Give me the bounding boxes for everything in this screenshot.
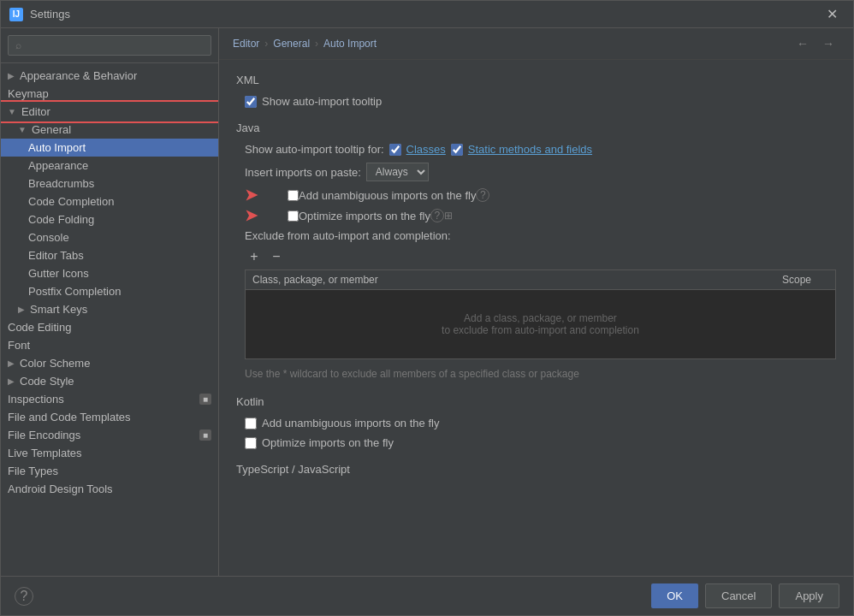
search-box xyxy=(1,28,218,63)
sidebar-item-appearance-behavior[interactable]: ▶ Appearance & Behavior xyxy=(1,67,218,85)
unambiguous-checkbox[interactable] xyxy=(288,190,299,201)
apply-button[interactable]: Apply xyxy=(779,583,839,608)
kotlin-optimize-checkbox[interactable] xyxy=(245,437,257,449)
sidebar-item-editor[interactable]: ▼ Editor xyxy=(1,103,218,121)
sidebar-item-code-editing[interactable]: Code Editing xyxy=(1,318,218,336)
breadcrumb-sep-1: › xyxy=(264,38,268,50)
sidebar-label: File and Code Templates xyxy=(8,411,131,424)
sidebar-label: Code Completion xyxy=(28,195,114,208)
nav-back-button[interactable]: ← xyxy=(792,35,814,52)
kotlin-unambiguous-row: Add unambiguous imports on the fly xyxy=(236,417,836,429)
insert-imports-label: Insert imports on paste: xyxy=(245,166,361,179)
sidebar-label: Code Folding xyxy=(28,213,94,226)
sidebar-label: Appearance xyxy=(28,159,88,172)
sidebar-item-android-design-tools[interactable]: Android Design Tools xyxy=(1,480,218,498)
app-icon: IJ xyxy=(9,8,23,21)
xml-title: XML xyxy=(236,74,836,86)
right-panel: Editor › General › Auto Import ← → XML S… xyxy=(219,28,853,576)
remove-button[interactable]: − xyxy=(267,247,286,266)
help-button[interactable]: ? xyxy=(15,587,33,606)
titlebar: IJ Settings ✕ xyxy=(1,1,853,28)
optimize-row: ➤ Optimize imports on the fly ? ⊞ xyxy=(236,209,836,222)
optimize-checkbox[interactable] xyxy=(288,210,299,222)
sidebar-label: File Encodings xyxy=(8,429,80,441)
sidebar-label: Font xyxy=(8,339,30,352)
sidebar-label: Gutter Icons xyxy=(28,267,89,280)
file-encodings-badge: ■ xyxy=(199,429,211,441)
insert-imports-dropdown[interactable]: Always Ask Never xyxy=(366,163,429,181)
classes-checkbox[interactable] xyxy=(389,144,401,156)
search-input[interactable] xyxy=(8,35,211,56)
panel-content: XML Show auto-import tooltip Java Show a… xyxy=(219,60,853,576)
add-button[interactable]: + xyxy=(245,247,264,266)
exclude-table: Class, package, or member Scope Add a cl… xyxy=(245,270,836,359)
sidebar-label: File Types xyxy=(8,465,58,477)
table-body: Add a class, package, or member to exclu… xyxy=(246,290,835,358)
sidebar-item-code-style[interactable]: ▶ Code Style xyxy=(1,372,218,390)
sidebar-item-file-types[interactable]: File Types xyxy=(1,462,218,480)
main-content: ▶ Appearance & Behavior Keymap ▼ Editor … xyxy=(1,28,853,576)
nav-forward-button[interactable]: → xyxy=(817,35,839,52)
sidebar-label: Appearance & Behavior xyxy=(20,69,137,82)
xml-show-tooltip-label: Show auto-import tooltip xyxy=(262,95,382,108)
breadcrumb-general: General xyxy=(273,38,310,50)
static-label[interactable]: Static methods and fields xyxy=(468,143,592,156)
col-scope: Scope xyxy=(782,274,811,286)
sidebar-item-live-templates[interactable]: Live Templates xyxy=(1,444,218,462)
footer: ? OK Cancel Apply xyxy=(1,576,853,615)
sidebar-label: Code Style xyxy=(20,375,74,388)
optimize-help-icon[interactable]: ? xyxy=(430,209,444,222)
kotlin-section: Kotlin Add unambiguous imports on the fl… xyxy=(236,395,836,449)
sidebar-item-code-folding[interactable]: Code Folding xyxy=(1,210,218,228)
optimize-settings-icon[interactable]: ⊞ xyxy=(444,210,453,222)
footer-left: ? xyxy=(15,587,33,606)
cancel-button[interactable]: Cancel xyxy=(705,583,772,608)
sidebar-item-code-completion[interactable]: Code Completion xyxy=(1,192,218,210)
classes-label[interactable]: Classes xyxy=(406,143,446,156)
sidebar-item-console[interactable]: Console xyxy=(1,228,218,246)
empty-hint-2: to exclude from auto-import and completi… xyxy=(442,324,639,336)
sidebar: ▶ Appearance & Behavior Keymap ▼ Editor … xyxy=(1,28,219,576)
sidebar-item-keymap[interactable]: Keymap xyxy=(1,85,218,103)
col-class: Class, package, or member xyxy=(252,274,378,286)
sidebar-label: Auto Import xyxy=(28,141,86,154)
kotlin-optimize-label: Optimize imports on the fly xyxy=(262,436,394,449)
window-title: Settings xyxy=(30,8,820,21)
sidebar-label: Editor Tabs xyxy=(28,249,84,262)
java-tooltip-for-row: Show auto-import tooltip for: Classes St… xyxy=(236,143,836,156)
sidebar-label: Code Editing xyxy=(8,321,71,334)
expand-arrow: ▶ xyxy=(8,71,15,80)
kotlin-unambiguous-checkbox[interactable] xyxy=(245,418,257,429)
sidebar-item-general[interactable]: ▼ General xyxy=(1,121,218,139)
sidebar-item-breadcrumbs[interactable]: Breadcrumbs xyxy=(1,175,218,192)
sidebar-label: Console xyxy=(28,231,69,244)
red-arrow-1: ➤ xyxy=(245,186,258,204)
breadcrumb-bar: Editor › General › Auto Import ← → xyxy=(219,28,853,60)
kotlin-unambiguous-label: Add unambiguous imports on the fly xyxy=(262,417,439,429)
static-checkbox[interactable] xyxy=(451,144,463,156)
sidebar-item-color-scheme[interactable]: ▶ Color Scheme xyxy=(1,354,218,372)
sidebar-item-postfix-completion[interactable]: Postfix Completion xyxy=(1,282,218,300)
sidebar-item-smart-keys[interactable]: ▶ Smart Keys xyxy=(1,300,218,318)
sidebar-item-appearance[interactable]: Appearance xyxy=(1,157,218,175)
unambiguous-row: ➤ Add unambiguous imports on the fly ? xyxy=(236,188,836,202)
typescript-title: TypeScript / JavaScript xyxy=(236,463,836,476)
empty-hint-1: Add a class, package, or member xyxy=(464,312,617,324)
sidebar-item-gutter-icons[interactable]: Gutter Icons xyxy=(1,264,218,282)
sidebar-label: Editor xyxy=(21,105,50,118)
unambiguous-help-icon[interactable]: ? xyxy=(476,188,489,202)
sidebar-item-inspections[interactable]: Inspections ■ xyxy=(1,390,218,408)
exclude-title: Exclude from auto-import and completion: xyxy=(236,229,836,242)
sidebar-item-editor-tabs[interactable]: Editor Tabs xyxy=(1,246,218,264)
sidebar-item-file-encodings[interactable]: File Encodings ■ xyxy=(1,426,218,444)
sidebar-label: Android Design Tools xyxy=(8,483,113,495)
sidebar-item-auto-import[interactable]: Auto Import xyxy=(1,139,218,157)
sidebar-label: General xyxy=(32,123,71,136)
sidebar-label: Color Scheme xyxy=(20,357,90,370)
sidebar-item-file-code-templates[interactable]: File and Code Templates xyxy=(1,408,218,426)
ok-button[interactable]: OK xyxy=(651,583,698,608)
xml-show-tooltip-checkbox[interactable] xyxy=(245,96,257,108)
sidebar-tree: ▶ Appearance & Behavior Keymap ▼ Editor … xyxy=(1,63,218,576)
sidebar-item-font[interactable]: Font xyxy=(1,336,218,354)
close-button[interactable]: ✕ xyxy=(820,3,845,26)
